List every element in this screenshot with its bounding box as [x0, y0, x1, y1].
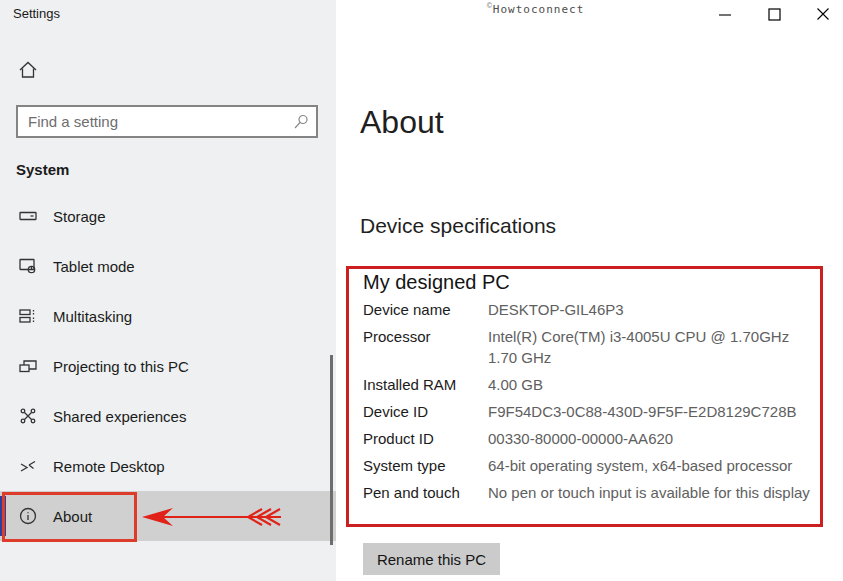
sidebar-section-heading: System: [16, 161, 69, 178]
spec-label: Device ID: [363, 401, 488, 422]
spec-row-pen-and-touch: Pen and touch No pen or touch input is a…: [363, 482, 820, 503]
spec-value: F9F54DC3-0C88-430D-9F5F-E2D8129C728B: [488, 401, 820, 422]
sidebar-item-label: Multitasking: [53, 308, 132, 325]
main-content: ©Howtoconnect About Device specification…: [336, 0, 843, 581]
spec-value: 00330-80000-00000-AA620: [488, 428, 820, 449]
spec-label: Product ID: [363, 428, 488, 449]
search-input[interactable]: [18, 107, 286, 136]
watermark-text: Howtoconnect: [493, 3, 584, 16]
home-icon: [17, 69, 39, 84]
spec-label: Pen and touch: [363, 482, 488, 503]
projecting-screen-icon: [18, 356, 38, 376]
annotation-box-specs: My designed PC Device name DESKTOP-GIL46…: [346, 266, 823, 527]
spec-row-product-id: Product ID 00330-80000-00000-AA620: [363, 428, 820, 449]
spec-value: No pen or touch input is available for t…: [488, 482, 820, 503]
page-title: About: [360, 104, 444, 141]
remote-desktop-icon: [18, 456, 38, 476]
sidebar-item-shared-experiences[interactable]: Shared experiences: [0, 391, 336, 441]
spec-value: 64-bit operating system, x64-based proce…: [488, 455, 820, 476]
settings-window: Settings System: [0, 0, 843, 581]
shared-experiences-icon: [18, 406, 38, 426]
window-controls: [713, 2, 835, 26]
multitasking-icon: [18, 306, 38, 326]
spec-row-device-id: Device ID F9F54DC3-0C88-430D-9F5F-E2D812…: [363, 401, 820, 422]
sidebar-item-projecting[interactable]: Projecting to this PC: [0, 341, 336, 391]
spec-label: System type: [363, 455, 488, 476]
device-specifications-heading: Device specifications: [360, 214, 556, 238]
watermark: ©Howtoconnect: [487, 1, 584, 16]
home-button[interactable]: [15, 58, 41, 84]
spec-value: DESKTOP-GIL46P3: [488, 299, 820, 320]
sidebar-item-label: Storage: [53, 208, 106, 225]
spec-row-processor: Processor Intel(R) Core(TM) i3-4005U CPU…: [363, 326, 820, 368]
app-title: Settings: [13, 6, 60, 21]
rename-pc-button[interactable]: Rename this PC: [363, 543, 500, 575]
sidebar-item-remote-desktop[interactable]: Remote Desktop: [0, 441, 336, 491]
spec-label: Device name: [363, 299, 488, 320]
sidebar-item-storage[interactable]: Storage: [0, 191, 336, 241]
spec-value: 4.00 GB: [488, 374, 820, 395]
spec-row-system-type: System type 64-bit operating system, x64…: [363, 455, 820, 476]
sidebar: Settings System: [0, 0, 336, 581]
sidebar-item-label: About: [53, 508, 92, 525]
sidebar-nav: Storage Tablet mode: [0, 191, 336, 541]
close-button[interactable]: [811, 2, 835, 26]
spec-row-installed-ram: Installed RAM 4.00 GB: [363, 374, 820, 395]
info-icon: [18, 506, 38, 526]
sidebar-scrollbar[interactable]: [330, 355, 333, 545]
search-box: [16, 105, 318, 138]
sidebar-item-about[interactable]: About: [0, 491, 336, 541]
sidebar-item-label: Projecting to this PC: [53, 358, 189, 375]
pc-name: My designed PC: [363, 271, 820, 294]
storage-drive-icon: [18, 206, 38, 226]
minimize-button[interactable]: [713, 2, 737, 26]
search-icon[interactable]: [286, 113, 316, 131]
spec-label: Installed RAM: [363, 374, 488, 395]
sidebar-item-label: Tablet mode: [53, 258, 135, 275]
maximize-button[interactable]: [762, 2, 786, 26]
spec-row-device-name: Device name DESKTOP-GIL46P3: [363, 299, 820, 320]
sidebar-item-multitasking[interactable]: Multitasking: [0, 291, 336, 341]
sidebar-item-label: Remote Desktop: [53, 458, 165, 475]
spec-label: Processor: [363, 326, 488, 368]
spec-value: Intel(R) Core(TM) i3-4005U CPU @ 1.70GHz…: [488, 326, 820, 368]
sidebar-item-tablet-mode[interactable]: Tablet mode: [0, 241, 336, 291]
tablet-mode-icon: [18, 256, 38, 276]
sidebar-item-label: Shared experiences: [53, 408, 186, 425]
